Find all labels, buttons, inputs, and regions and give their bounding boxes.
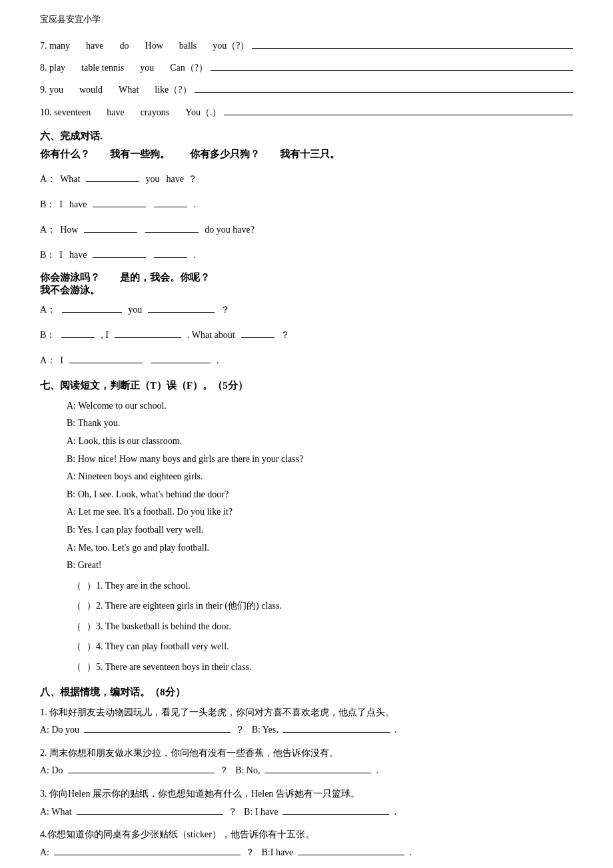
judge-2-paren: （: [67, 597, 87, 615]
dialog-a2-word1: How: [60, 221, 78, 239]
reading-line-7: A: Let me see. It's a football. Do you l…: [67, 503, 573, 521]
prompt-row-2: 你会游泳吗？ 是的，我会。你呢？: [40, 271, 573, 284]
judge-3-paren: （: [67, 618, 87, 636]
dialog-b3-qmark: ？: [281, 326, 290, 345]
dialog-b2-blank1: [93, 257, 146, 258]
section7-title: 七、阅读短文，判断正（T）误（F）。（5分）: [40, 379, 573, 392]
judge-3-text: ）3. The basketball is behind the door.: [87, 618, 231, 636]
dialog-a1-label: A：: [40, 170, 56, 189]
dialog-a2-rest: do you have?: [205, 221, 255, 239]
reading-line-10: B: Great!: [67, 557, 573, 575]
compose-3: 3. 你向Helen 展示你的贴纸，你也想知道她有什么，Helen 告诉她有一只…: [40, 785, 573, 821]
dialog-b3-blank3: [241, 337, 275, 338]
word-7-6: you（?）: [213, 37, 249, 54]
compose-3-a-label: A: What: [40, 803, 72, 821]
judge-5-text: ）5. There are seventeen boys in their cl…: [87, 659, 251, 677]
line-num-10: 10. seventeen: [40, 104, 91, 121]
dialog-a3-label: A：: [40, 301, 56, 319]
dialog-a3-blank2: [148, 312, 215, 313]
prompt1: 你有什么？: [40, 148, 90, 161]
word-9-3: What: [119, 81, 139, 98]
word-8-2: table tennis: [81, 59, 124, 76]
dialog-a2-blank2: [145, 232, 199, 233]
reading-line-6: B: Oh, I see. Look, what's behind the do…: [67, 486, 573, 504]
dialog-b3-what: . What about: [187, 326, 235, 345]
reading-line-3: A: Look, this is our classroom.: [67, 433, 573, 451]
judge-5: （ ）5. There are seventeen boys in their …: [67, 659, 573, 677]
dialog-b3-blank2: [115, 337, 181, 338]
dialog-b1-label: B：: [40, 195, 55, 214]
judge-5-paren: （: [67, 659, 87, 677]
compose-1: 1. 你和好朋友去动物园玩儿，看见了一头老虎，你问对方喜不喜欢老虎，他点了点头。…: [40, 704, 573, 739]
compose-3-blank2: [283, 814, 389, 815]
reading-line-5: A: Nineteen boys and eighteen girls.: [67, 468, 573, 486]
section8-title: 八、根据情境，编对话。（8分）: [40, 686, 573, 699]
dialog-b2-blank2: [154, 257, 187, 258]
prompt1b: 我有一些狗。: [110, 148, 170, 161]
line-8-blank: [211, 70, 573, 71]
word-10-3: crayons: [141, 104, 170, 121]
word-order-line-7: 7. many have do How balls you（?）: [40, 37, 573, 54]
dialog-a4: A： I .: [40, 351, 573, 370]
reading-line-4: B: How nice! How many boys and girls are…: [67, 451, 573, 469]
dialog-b2-word1: I: [59, 246, 63, 265]
judge-1-paren: （: [67, 577, 87, 595]
word-10-2: have: [107, 104, 124, 121]
word-10-4: You（.）: [185, 104, 221, 121]
compose-1-line: A: Do you ？ B: Yes, .: [40, 721, 573, 739]
dialog-b2-word2: have: [69, 246, 87, 265]
dialog-a1-word3: have: [166, 170, 183, 189]
dialog-b1-word1: I: [59, 195, 63, 214]
line-num-7: 7. many: [40, 37, 70, 54]
compose-3-qmark: ？ B: I have: [228, 803, 279, 821]
compose-4-blank1: [54, 855, 241, 855]
dialog-a2-blank1: [84, 232, 137, 233]
dialog-b1-blank1: [93, 207, 146, 207]
dialog-a3-qmark: ？: [221, 301, 230, 319]
dialog-a4-blank1: [69, 363, 143, 363]
compose-1-dot: .: [394, 721, 397, 739]
compose-4: 4.你想知道你的同桌有多少张贴纸（sticker），他告诉你有十五张。 A: ？…: [40, 826, 573, 861]
compose-4-a-label: A:: [40, 844, 49, 862]
dialog-a1-word1: What: [60, 170, 80, 189]
compose-2-qmark: ？ B: No,: [219, 762, 261, 780]
word-order-line-8: 8. play table tennis you Can（?）: [40, 59, 573, 76]
dialog-b3-label: B：: [40, 326, 55, 345]
judge-4-text: ）4. They can play football very well.: [87, 638, 229, 656]
compose-3-desc: 3. 你向Helen 展示你的贴纸，你也想知道她有什么，Helen 告诉她有一只…: [40, 785, 573, 803]
dialog-b1-blank2: [154, 207, 187, 207]
word-7-2: have: [86, 37, 103, 54]
line-num-9: 9. you: [40, 81, 63, 98]
judge-2: （ ）2. There are eighteen girls in their …: [67, 597, 573, 615]
reading-block: A: Welcome to our school. B: Thank you. …: [67, 397, 573, 575]
compose-2-dot: .: [376, 762, 378, 780]
dialog-a4-dot: .: [217, 351, 219, 370]
compose-2-desc: 2. 周末你想和朋友做水果沙拉，你问他有没有一些香蕉，他告诉你没有。: [40, 745, 573, 763]
judge-1-text: ）1. They are in the school.: [87, 577, 191, 595]
prompt2: 你会游泳吗？: [40, 271, 100, 284]
dialog-b2-dot: .: [193, 246, 196, 265]
compose-2-blank2: [265, 773, 371, 773]
reading-line-8: B: Yes. I can play football very well.: [67, 521, 573, 539]
dialog-a2-label: A：: [40, 221, 56, 239]
dialog-a2: A： How do you have?: [40, 221, 573, 239]
dialog-a4-word1: I: [60, 351, 63, 370]
judge-4: （ ）4. They can play football very well.: [67, 638, 573, 656]
dialog-b2-label: B：: [40, 246, 55, 265]
dialog-a4-label: A：: [40, 351, 56, 370]
compose-1-qmark: ？ B: Yes,: [235, 721, 279, 739]
compose-4-blank2: [298, 855, 404, 855]
word-7-4: How: [145, 37, 163, 54]
compose-1-a-label: A: Do you: [40, 721, 79, 739]
word-7-5: balls: [179, 37, 197, 54]
dialog-b1-dot: .: [193, 195, 196, 214]
dialog-b3-comma: , I: [101, 326, 109, 345]
section6-title: 六、完成对话.: [40, 130, 573, 143]
line-num-8: 8. play: [40, 59, 65, 76]
compose-3-dot: .: [394, 803, 396, 821]
reading-line-1: A: Welcome to our school.: [67, 397, 573, 415]
dialog-a1-qmark: ？: [188, 170, 197, 189]
judge-4-paren: （: [67, 638, 87, 656]
dialog-a1-word2: you: [145, 170, 159, 189]
compose-1-blank1: [84, 732, 231, 733]
